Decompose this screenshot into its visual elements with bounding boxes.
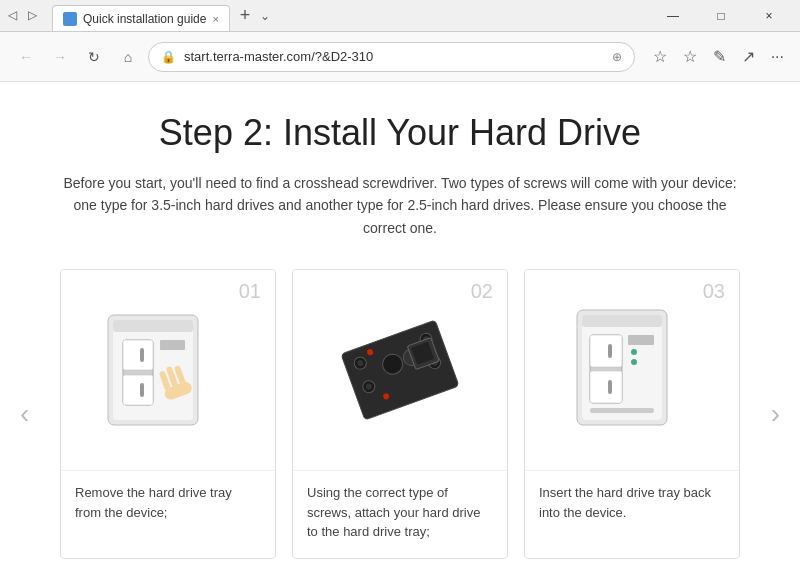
favorites-icon[interactable]: ☆ bbox=[679, 43, 701, 70]
title-bar-left: ◁ ▷ bbox=[0, 8, 44, 24]
profile-icon[interactable]: ✎ bbox=[709, 43, 730, 70]
window-controls: — □ × bbox=[650, 0, 800, 32]
security-icon: ⊕ bbox=[612, 50, 622, 64]
minimize-button[interactable]: — bbox=[650, 0, 696, 32]
step-text-1: Remove the hard drive tray from the devi… bbox=[61, 470, 275, 538]
title-bar: ◁ ▷ Quick installation guide × + ⌄ — □ × bbox=[0, 0, 800, 32]
steps-container: ‹ 01 bbox=[60, 269, 740, 559]
tab-bar: Quick installation guide × + ⌄ bbox=[44, 0, 650, 31]
svg-rect-8 bbox=[113, 320, 193, 332]
svg-rect-6 bbox=[140, 383, 144, 397]
forward-button[interactable]: → bbox=[46, 43, 74, 71]
nav-icons: ☆ ☆ ✎ ↗ ··· bbox=[641, 43, 788, 70]
svg-rect-34 bbox=[608, 380, 612, 394]
page-description: Before you start, you'll need to find a … bbox=[60, 172, 740, 239]
active-tab[interactable]: Quick installation guide × bbox=[52, 5, 230, 31]
back-button[interactable]: ← bbox=[12, 43, 40, 71]
page-title: Step 2: Install Your Hard Drive bbox=[60, 112, 740, 154]
svg-rect-7 bbox=[160, 340, 185, 350]
maximize-button[interactable]: □ bbox=[698, 0, 744, 32]
step-image-area-2: 02 bbox=[293, 270, 507, 470]
more-button[interactable]: ··· bbox=[767, 44, 788, 70]
svg-rect-5 bbox=[140, 348, 144, 362]
address-text: start.terra-master.com/?&D2-310 bbox=[184, 49, 604, 64]
svg-rect-31 bbox=[590, 335, 622, 367]
svg-rect-35 bbox=[628, 335, 654, 345]
step-number-2: 02 bbox=[471, 280, 493, 303]
step-number-3: 03 bbox=[703, 280, 725, 303]
step-text-2: Using the correct type of screws, attach… bbox=[293, 470, 507, 558]
step-card-2: 02 bbox=[292, 269, 508, 559]
step-number-1: 01 bbox=[239, 280, 261, 303]
forward-icon[interactable]: ▷ bbox=[28, 8, 44, 24]
svg-rect-38 bbox=[582, 315, 662, 327]
step-image-area-3: 03 bbox=[525, 270, 739, 470]
new-tab-button[interactable]: + bbox=[234, 5, 257, 26]
home-button[interactable]: ⌂ bbox=[114, 43, 142, 71]
address-bar[interactable]: 🔒 start.terra-master.com/?&D2-310 ⊕ bbox=[148, 42, 635, 72]
svg-rect-32 bbox=[590, 371, 622, 403]
tab-label: Quick installation guide bbox=[83, 12, 206, 26]
page-content: Step 2: Install Your Hard Drive Before y… bbox=[0, 82, 800, 584]
svg-point-36 bbox=[631, 349, 637, 355]
tab-dropdown-button[interactable]: ⌄ bbox=[256, 9, 274, 23]
step-image-area-1: 01 bbox=[61, 270, 275, 470]
svg-rect-33 bbox=[608, 344, 612, 358]
svg-rect-4 bbox=[123, 375, 153, 405]
close-button[interactable]: × bbox=[746, 0, 792, 32]
svg-rect-39 bbox=[590, 408, 654, 413]
back-icon[interactable]: ◁ bbox=[8, 8, 24, 24]
svg-point-37 bbox=[631, 359, 637, 365]
step-text-3: Insert the hard drive tray back into the… bbox=[525, 470, 739, 538]
refresh-button[interactable]: ↻ bbox=[80, 43, 108, 71]
next-arrow[interactable]: › bbox=[771, 398, 780, 430]
share-icon[interactable]: ↗ bbox=[738, 43, 759, 70]
prev-arrow[interactable]: ‹ bbox=[20, 398, 29, 430]
tab-favicon bbox=[63, 12, 77, 26]
step-card-1: 01 bbox=[60, 269, 276, 559]
step-image-2 bbox=[320, 290, 480, 450]
star-icon[interactable]: ☆ bbox=[649, 43, 671, 70]
step-image-1 bbox=[88, 290, 248, 450]
tab-close-button[interactable]: × bbox=[212, 13, 218, 25]
step-card-3: 03 bbox=[524, 269, 740, 559]
nav-bar: ← → ↻ ⌂ 🔒 start.terra-master.com/?&D2-31… bbox=[0, 32, 800, 82]
svg-rect-3 bbox=[123, 340, 153, 370]
step-image-3 bbox=[552, 290, 712, 450]
lock-icon: 🔒 bbox=[161, 50, 176, 64]
